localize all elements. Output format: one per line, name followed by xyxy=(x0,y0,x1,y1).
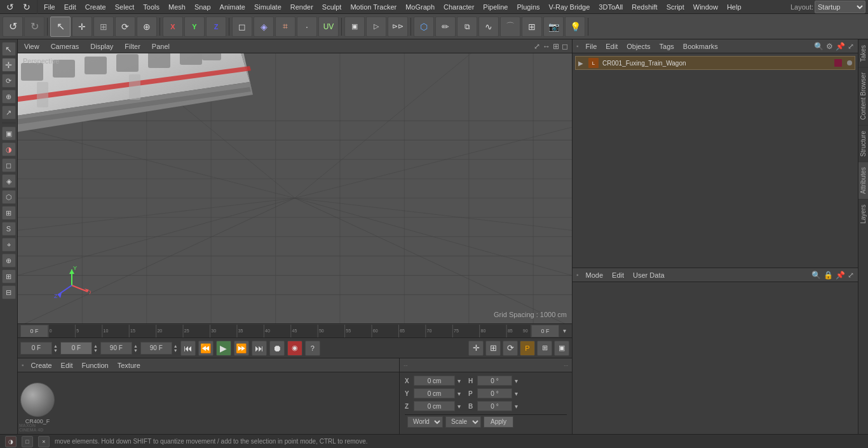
menu-redshift[interactable]: Redshift xyxy=(628,2,661,12)
timeline-start-frame[interactable]: 0 F xyxy=(20,325,48,337)
pin-icon[interactable]: 📌 xyxy=(836,42,845,51)
tool-16[interactable]: ⊟ xyxy=(2,285,16,299)
coord-z-arrow[interactable]: ▾ xyxy=(458,403,461,410)
timeline-frame-display[interactable]: 0 F xyxy=(531,325,559,337)
frame-start[interactable]: 0 F xyxy=(20,342,52,355)
menu-sculpt[interactable]: Sculpt xyxy=(318,2,346,12)
render-frame-button[interactable]: ▷ xyxy=(366,17,386,37)
menu-vray[interactable]: V-Ray Bridge xyxy=(545,2,594,12)
viewport-menu-view[interactable]: View xyxy=(22,41,42,51)
viewport-3d[interactable]: X Y Z Perspective Grid Spacing : 1000 cm xyxy=(18,53,572,323)
tool-6[interactable]: ▣ xyxy=(2,126,16,140)
uv-mode-button[interactable]: UV xyxy=(318,17,339,37)
frame-end1-arrows[interactable]: ▲ ▼ xyxy=(133,344,138,353)
grid-button[interactable]: ⊞ xyxy=(522,17,542,37)
menu-simulate[interactable]: Simulate xyxy=(250,2,285,12)
menu-character[interactable]: Character xyxy=(440,2,478,12)
coord-b-arrow[interactable]: ▾ xyxy=(515,403,518,410)
menu-mograph[interactable]: MoGraph xyxy=(402,2,438,12)
rotate-handle-button[interactable]: ⟳ xyxy=(503,341,518,356)
objects-menu-file[interactable]: File xyxy=(584,42,599,51)
tool-13[interactable]: ⌖ xyxy=(2,238,16,252)
status-icon-3[interactable]: × xyxy=(38,436,50,447)
attr-pin-icon[interactable]: 📌 xyxy=(836,271,845,280)
frame-start-input[interactable]: 0 F ▲ ▼ xyxy=(20,342,58,355)
menu-file[interactable]: File xyxy=(40,2,59,12)
render-small-button[interactable]: ▣ xyxy=(554,341,569,356)
menu-pipeline[interactable]: Pipeline xyxy=(479,2,512,12)
attr-search-icon[interactable]: 🔍 xyxy=(811,271,821,280)
redo-large-button[interactable]: ↻ xyxy=(24,17,44,37)
step-forward-button[interactable]: ⏩ xyxy=(234,341,249,356)
tab-layers[interactable]: Layers xyxy=(858,199,868,229)
menu-create[interactable]: Create xyxy=(81,2,110,12)
attributes-menu-mode[interactable]: Mode xyxy=(584,271,606,280)
coord-y-arrow[interactable]: ▾ xyxy=(458,390,461,397)
attributes-menu-userdata[interactable]: User Data xyxy=(631,271,667,280)
frame-end2[interactable]: 90 F xyxy=(140,342,172,355)
object-row-train[interactable]: ▶ L CR001_Fuxing_Train_Wagon xyxy=(575,56,855,70)
undo-button[interactable]: ↺ xyxy=(3,0,18,14)
subdivide-button[interactable]: ⧉ xyxy=(457,17,477,37)
menu-help[interactable]: Help xyxy=(723,2,745,12)
attr-expand-icon[interactable]: ⤢ xyxy=(848,271,854,280)
timeline-end-arrow[interactable]: ▾ xyxy=(559,325,569,337)
settings-icon[interactable]: ⚙ xyxy=(826,42,833,51)
undo-large-button[interactable]: ↺ xyxy=(3,17,23,37)
tool-11[interactable]: ⊞ xyxy=(2,206,16,220)
render-region-button[interactable]: ▣ xyxy=(344,17,365,37)
z-axis-button[interactable]: Z xyxy=(206,17,226,37)
camera-button[interactable]: 📷 xyxy=(543,17,564,37)
status-icon-2[interactable]: □ xyxy=(22,436,33,447)
expand-icon[interactable]: ⤢ xyxy=(848,42,854,51)
timeline-ruler[interactable]: 0 F 0 5 10 15 20 xyxy=(18,323,572,337)
menu-tools[interactable]: Tools xyxy=(139,2,163,12)
viewport-menu-display[interactable]: Display xyxy=(88,41,116,51)
objects-menu-edit[interactable]: Edit xyxy=(604,42,620,51)
frame-end1-input[interactable]: 90 F ▲ ▼ xyxy=(100,342,138,355)
menu-window[interactable]: Window xyxy=(689,2,722,12)
scale-handle-button[interactable]: ⊞ xyxy=(485,341,501,356)
status-icon-1[interactable]: ◑ xyxy=(5,436,17,447)
coord-x-arrow[interactable]: ▾ xyxy=(458,377,461,384)
menu-script[interactable]: Script xyxy=(663,2,688,12)
menu-snap[interactable]: Snap xyxy=(191,2,215,12)
attributes-menu-edit[interactable]: Edit xyxy=(610,271,626,280)
timeline-track[interactable]: 0 5 10 15 20 25 30 35 xyxy=(48,325,531,337)
spline-button[interactable]: ⌒ xyxy=(500,17,520,37)
edge-mode-button[interactable]: ⌗ xyxy=(275,17,295,37)
go-to-end-button[interactable]: ⏭ xyxy=(252,341,267,356)
viewport-menu-panel[interactable]: Panel xyxy=(149,41,172,51)
layout-select[interactable]: Startup xyxy=(815,1,865,13)
menu-animate[interactable]: Animate xyxy=(216,2,249,12)
pivot-button[interactable]: P xyxy=(520,341,535,356)
world-select[interactable]: World xyxy=(407,416,443,428)
tool-4[interactable]: ⊕ xyxy=(2,90,16,104)
frame-current-arrows[interactable]: ▲ ▼ xyxy=(93,344,98,353)
material-menu-edit[interactable]: Edit xyxy=(59,361,75,370)
record-button[interactable]: ⏺ xyxy=(269,341,285,356)
tool-8[interactable]: ◻ xyxy=(2,158,16,172)
object-color-swatch[interactable] xyxy=(834,59,842,67)
point-mode-button[interactable]: · xyxy=(297,17,317,37)
viewport-menu-filter[interactable]: Filter xyxy=(122,41,142,51)
scale-tool-button[interactable]: ⊞ xyxy=(93,17,114,37)
move-tool-button[interactable]: ✛ xyxy=(72,17,92,37)
redo-button[interactable]: ↻ xyxy=(19,0,34,14)
coord-p-rot[interactable]: 0 ° xyxy=(477,388,512,398)
object-expand-icon[interactable]: ▶ xyxy=(578,60,583,67)
cube-button[interactable]: ⬡ xyxy=(414,17,434,37)
scale-select[interactable]: Scale xyxy=(445,416,481,428)
viewport-icon-1[interactable]: ⤢ xyxy=(534,42,540,51)
transform-handle-button[interactable]: ✛ xyxy=(468,341,484,356)
tab-structure[interactable]: Structure xyxy=(858,125,868,162)
viewport-icon-2[interactable]: ↔ xyxy=(543,42,550,51)
coord-z-pos[interactable]: 0 cm xyxy=(414,401,455,411)
polygon-mode-button[interactable]: ◈ xyxy=(254,17,274,37)
frame-start-arrows[interactable]: ▲ ▼ xyxy=(53,344,58,353)
attr-lock-icon[interactable]: 🔒 xyxy=(824,271,833,280)
tool-1[interactable]: ↖ xyxy=(2,42,16,56)
search-icon[interactable]: 🔍 xyxy=(814,42,824,51)
menu-3dtoall[interactable]: 3DToAll xyxy=(595,2,627,12)
object-name[interactable]: CR001_Fuxing_Train_Wagon xyxy=(602,60,686,67)
